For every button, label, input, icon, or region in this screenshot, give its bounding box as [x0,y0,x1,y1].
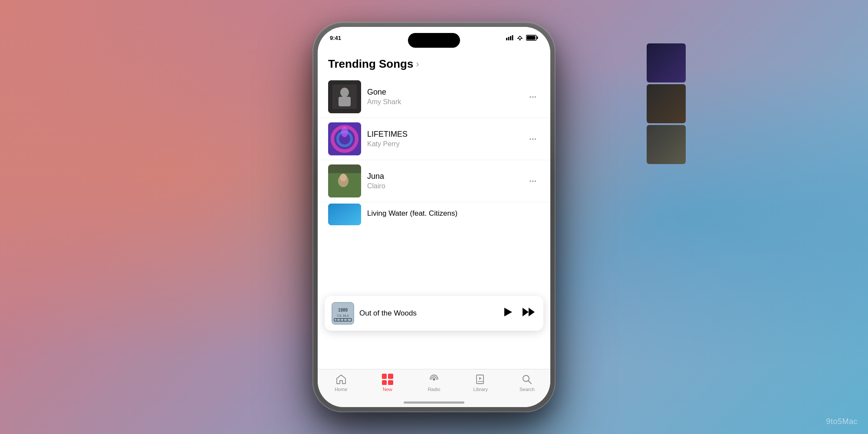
battery-icon [526,35,538,41]
song-info-living: Living Water (feat. Citizens) [367,209,540,219]
right-thumb-2 [647,84,686,123]
trending-chevron: › [416,59,419,70]
lifetimes-album-art [328,122,361,155]
home-icon [335,374,347,385]
tab-library-label: Library [473,387,488,392]
tab-radio-label: Radio [428,387,441,392]
fast-forward-button[interactable] [522,306,536,321]
tab-new-label: New [383,387,392,392]
svg-rect-2 [510,36,511,40]
gone-album-art [328,80,361,113]
song-title-lifetimes: LIFETIMES [367,130,519,139]
tab-new[interactable]: New [364,374,411,392]
mini-player-title: Out of the Woods [359,309,496,318]
new-icon-sq2 [388,374,393,379]
song-info-lifetimes: LIFETIMES Katy Perry [367,130,519,148]
radio-icon [428,374,440,385]
svg-text:1989: 1989 [338,308,348,312]
svg-rect-3 [512,35,513,40]
song-thumb-lifetimes [328,122,361,155]
tab-search-label: Search [519,387,535,392]
svg-line-38 [529,381,532,384]
trending-section-header[interactable]: Trending Songs › [318,49,550,76]
dynamic-island [408,33,460,48]
watermark: 9to5Mac [826,417,858,426]
song-info-juna: Juna Clairo [367,172,519,190]
svg-point-34 [433,378,435,381]
song-title-gone: Gone [367,88,519,97]
mini-player-thumb: 1989 T.S. DLX [332,302,354,325]
song-item-living[interactable]: Living Water (feat. Citizens) [318,202,550,226]
library-icon [475,374,486,385]
song-item-lifetimes[interactable]: LIFETIMES Katy Perry ··· [318,118,550,160]
content-area: Trending Songs › [318,49,550,369]
song-title-living: Living Water (feat. Citizens) [367,209,540,218]
play-icon [502,306,514,318]
new-icon-sq1 [382,374,387,379]
play-button[interactable] [502,306,514,321]
screen: 9:41 [318,27,550,407]
svg-point-10 [340,88,349,97]
song-thumb-gone [328,80,361,113]
svg-rect-7 [527,36,536,40]
tab-radio[interactable]: Radio [411,374,457,392]
svg-point-19 [340,174,347,181]
song-thumb-living [328,204,361,225]
svg-rect-23 [332,303,353,324]
tab-search[interactable]: Search [504,374,550,392]
svg-marker-31 [504,308,512,316]
song-more-juna[interactable]: ··· [526,174,540,188]
song-more-gone[interactable]: ··· [526,90,540,104]
trending-title: Trending Songs [328,57,413,71]
song-info-gone: Gone Amy Shark [367,88,519,106]
song-more-lifetimes[interactable]: ··· [526,132,540,146]
living-album-art [328,204,361,225]
search-icon [521,374,533,385]
svg-rect-11 [339,97,351,106]
svg-rect-0 [506,38,507,40]
fast-forward-icon [522,306,536,318]
svg-marker-32 [523,308,529,316]
mini-player[interactable]: 1989 T.S. DLX Out of the Woods [325,296,543,331]
tab-library[interactable]: Library [457,374,504,392]
new-icon-sq4 [388,380,393,385]
svg-point-15 [341,127,348,137]
song-artist-lifetimes: Katy Perry [367,140,519,148]
right-thumbnails [647,43,686,164]
svg-point-4 [519,39,521,41]
juna-album-art [328,164,361,197]
new-icon-sq3 [382,380,387,385]
home-indicator [404,401,464,404]
status-icons [506,35,538,41]
svg-rect-1 [508,37,510,40]
svg-rect-6 [537,36,538,39]
signal-icon [506,35,514,40]
phone-outer: 9:41 [312,22,556,412]
mini-player-controls [502,306,536,321]
new-icon [382,374,393,385]
svg-text:T.S. DLX: T.S. DLX [337,314,349,317]
song-list: Gone Amy Shark ··· [318,76,550,226]
phone-inner: 9:41 [318,27,550,407]
svg-marker-33 [529,308,535,316]
status-time: 9:41 [330,35,341,41]
tab-home-label: Home [335,387,347,392]
song-artist-gone: Amy Shark [367,98,519,106]
song-thumb-juna [328,164,361,197]
mini-player-album-art: 1989 T.S. DLX [332,302,354,325]
song-item-gone[interactable]: Gone Amy Shark ··· [318,76,550,118]
wifi-icon [516,35,523,40]
song-title-juna: Juna [367,172,519,181]
tab-home[interactable]: Home [318,374,364,392]
song-item-juna[interactable]: Juna Clairo ··· [318,160,550,202]
song-artist-juna: Clairo [367,182,519,190]
right-thumb-3 [647,125,686,164]
right-thumb-1 [647,43,686,82]
phone-device: 9:41 [312,22,556,412]
svg-rect-21 [328,204,361,225]
